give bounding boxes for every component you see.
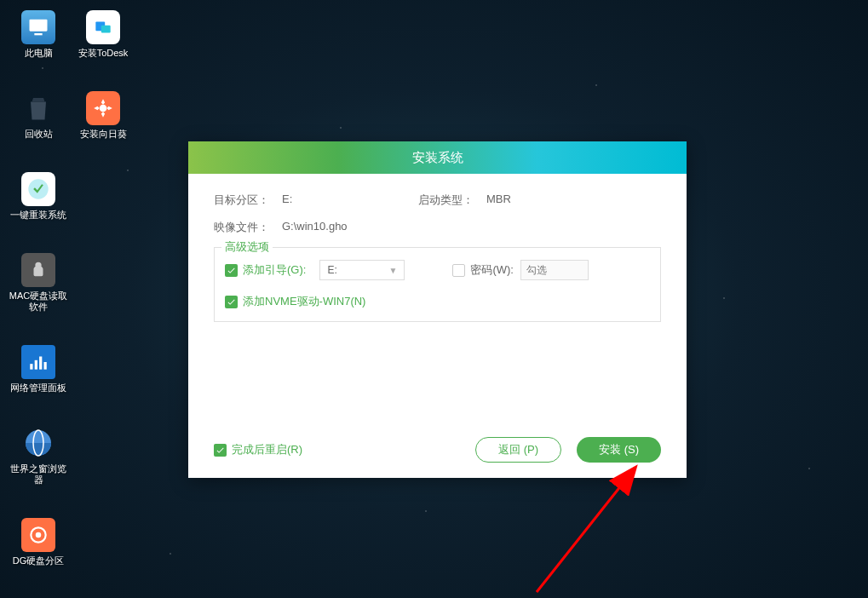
back-button[interactable]: 返回 (P) — [475, 437, 561, 463]
install-system-dialog: 安装系统 目标分区： E: 启动类型： MBR 映像文件： G:\win10.g… — [188, 141, 687, 478]
target-partition-value: E: — [282, 193, 367, 208]
add-boot-checkbox[interactable] — [225, 264, 238, 277]
recycle-bin-icon — [21, 91, 55, 125]
network-panel-icon — [21, 345, 55, 379]
add-boot-dropdown[interactable]: E: ▼ — [319, 260, 405, 280]
sunflower-icon — [86, 91, 120, 125]
image-file-row: 映像文件： G:\win10.gho — [214, 220, 661, 235]
svg-rect-5 — [44, 362, 47, 370]
advanced-options-title: 高级选项 — [221, 239, 273, 255]
desktop-icon-mac-disk[interactable]: MAC硬盘读取软件 — [9, 253, 68, 313]
svg-rect-1 — [34, 33, 42, 35]
add-boot-label: 添加引导(G): — [243, 262, 306, 278]
advanced-options-section: 高级选项 添加引导(G): E: ▼ 密码(W): 添 — [214, 247, 661, 322]
icon-label: DG硬盘分区 — [9, 555, 68, 566]
boot-type-label: 启动类型： — [418, 193, 486, 208]
svg-rect-3 — [35, 360, 37, 370]
icon-label: 安装ToDesk — [73, 48, 133, 59]
password-input[interactable] — [520, 260, 589, 280]
desktop-icon-dg-partition[interactable]: DG硬盘分区 — [9, 518, 68, 566]
desktop-icon-browser[interactable]: 世界之窗浏览器 — [9, 426, 68, 486]
reinstall-icon — [21, 172, 55, 206]
check-icon — [216, 446, 225, 455]
restart-checkbox[interactable] — [214, 444, 227, 457]
svg-rect-2 — [30, 364, 32, 370]
icon-label: 安装向日葵 — [73, 129, 133, 140]
svg-point-9 — [36, 532, 42, 538]
desktop-icon-todesk[interactable]: 安装ToDesk — [73, 10, 133, 59]
desktop-icon-this-pc[interactable]: 此电脑 — [9, 10, 68, 59]
chevron-down-icon: ▼ — [388, 266, 397, 275]
image-file-label: 映像文件： — [214, 220, 282, 235]
install-button[interactable]: 安装 (S) — [577, 437, 661, 463]
pc-icon — [21, 10, 55, 44]
svg-rect-4 — [39, 357, 42, 370]
target-partition-label: 目标分区： — [214, 193, 282, 208]
desktop-icon-recycle-bin[interactable]: 回收站 — [9, 91, 68, 140]
nvme-checkbox[interactable] — [225, 296, 238, 308]
icon-label: 一键重装系统 — [9, 210, 68, 221]
svg-point-12 — [100, 105, 107, 112]
check-icon — [227, 297, 236, 307]
boot-type-value: MBR — [486, 193, 511, 208]
svg-rect-0 — [30, 20, 48, 32]
dg-partition-icon — [21, 518, 55, 552]
nvme-label: 添加NVME驱动-WIN7(N) — [243, 294, 365, 309]
password-label: 密码(W): — [470, 262, 514, 278]
icon-label: MAC硬盘读取软件 — [9, 290, 68, 313]
svg-line-14 — [537, 469, 635, 592]
browser-icon — [21, 426, 55, 460]
todesk-icon — [86, 10, 120, 44]
dialog-title: 安装系统 — [188, 141, 687, 174]
target-partition-row: 目标分区： E: 启动类型： MBR — [214, 193, 661, 208]
arrow-annotation — [520, 460, 673, 598]
dropdown-value: E: — [327, 264, 336, 276]
image-file-value: G:\win10.gho — [282, 220, 348, 235]
mac-disk-icon — [21, 253, 55, 287]
password-checkbox[interactable] — [452, 264, 465, 277]
icon-label: 世界之窗浏览器 — [9, 463, 68, 486]
icon-label: 网络管理面板 — [9, 382, 68, 394]
desktop-icon-network-panel[interactable]: 网络管理面板 — [9, 345, 68, 394]
restart-label: 完成后重启(R) — [232, 442, 302, 457]
icon-label: 回收站 — [9, 129, 68, 140]
svg-rect-11 — [101, 26, 111, 33]
desktop-icon-sunflower[interactable]: 安装向日葵 — [73, 91, 133, 140]
icon-label: 此电脑 — [9, 48, 68, 59]
desktop-icon-reinstall[interactable]: 一键重装系统 — [9, 172, 68, 221]
check-icon — [227, 266, 236, 275]
